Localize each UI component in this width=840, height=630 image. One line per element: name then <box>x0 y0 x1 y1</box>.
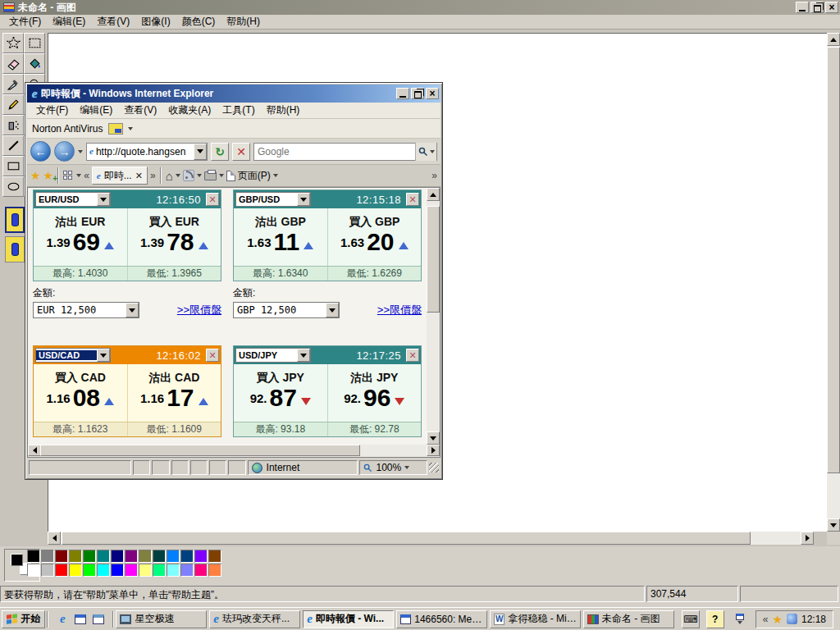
resize-grip[interactable] <box>429 463 439 472</box>
palette-color-r1-3[interactable] <box>69 550 82 563</box>
tool-pick-color[interactable] <box>2 74 24 94</box>
tab-close-icon[interactable]: ✕ <box>135 171 143 181</box>
add-favorite-icon[interactable]: ★ <box>43 169 54 182</box>
amount-select[interactable]: GBP 12,500 <box>233 302 340 318</box>
back-button[interactable]: ← <box>30 141 51 162</box>
scroll-right-button[interactable] <box>801 532 814 545</box>
palette-color-r2-11[interactable] <box>180 564 194 577</box>
pair-select[interactable]: USD/JPY <box>235 348 311 363</box>
zoom-dropdown-icon[interactable] <box>404 466 409 469</box>
paint-menu-edit[interactable]: 编辑(E) <box>47 14 91 30</box>
panel-close-button[interactable]: ✕ <box>406 349 419 362</box>
scroll-left-button[interactable] <box>48 532 61 545</box>
task-button-quote-ie-active[interactable]: e 即時報價 - Wi... <box>303 610 394 628</box>
palette-color-r1-1[interactable] <box>41 550 54 563</box>
pair-select-arrow[interactable] <box>97 193 110 206</box>
tool-ellipse[interactable] <box>2 176 24 197</box>
tool-line[interactable] <box>2 135 24 156</box>
panel-close-button[interactable]: ✕ <box>206 349 219 362</box>
tab-list-dropdown-icon[interactable] <box>76 174 81 177</box>
palette-color-r2-1[interactable] <box>41 564 54 577</box>
tool-fill[interactable] <box>24 53 45 74</box>
ie-close-button[interactable] <box>426 88 439 99</box>
palette-color-r1-6[interactable] <box>111 550 124 563</box>
tool-airbrush[interactable] <box>2 115 24 135</box>
palette-color-r1-4[interactable] <box>83 550 96 563</box>
refresh-button[interactable]: ↻ <box>211 143 229 161</box>
feeds-icon[interactable] <box>183 170 194 181</box>
palette-color-r1-12[interactable] <box>194 550 208 563</box>
paint-menu-file[interactable]: 文件(F) <box>3 14 47 30</box>
palette-color-r1-2[interactable] <box>55 550 68 563</box>
ie-title-bar[interactable]: e 即時報價 - Windows Internet Explorer <box>27 84 441 103</box>
tool-select[interactable] <box>24 33 45 53</box>
paint-minimize-button[interactable] <box>796 2 809 13</box>
vertical-scroll-thumb[interactable] <box>827 47 840 473</box>
tabs-scroll-left-icon[interactable]: « <box>84 170 89 181</box>
address-dropdown-button[interactable] <box>194 144 207 160</box>
ie-maximize-button[interactable] <box>411 88 424 99</box>
scroll-left-button[interactable] <box>28 445 41 456</box>
panel-close-button[interactable]: ✕ <box>406 193 419 206</box>
tool-eraser[interactable] <box>2 53 24 74</box>
tray-star-icon[interactable]: ★ <box>772 613 783 626</box>
panel-close-button[interactable]: ✕ <box>206 193 219 206</box>
tool-rectangle[interactable] <box>2 156 24 176</box>
amount-select-arrow[interactable] <box>126 303 139 317</box>
history-dropdown-icon[interactable] <box>78 150 83 153</box>
quick-tabs-icon[interactable] <box>63 171 74 181</box>
tool-pencil[interactable] <box>2 94 24 115</box>
palette-color-r2-9[interactable] <box>153 564 166 577</box>
palette-color-r2-10[interactable] <box>167 564 180 577</box>
norton-icon[interactable] <box>108 123 123 135</box>
favorites-center-icon[interactable]: ★ <box>30 169 41 182</box>
tray-expand-icon[interactable]: « <box>763 614 769 625</box>
scroll-down-button[interactable] <box>827 518 840 532</box>
scroll-right-button[interactable] <box>427 445 440 456</box>
palette-color-r1-7[interactable] <box>125 550 138 563</box>
paint-restore-button[interactable] <box>810 2 824 13</box>
horizontal-scroll-thumb[interactable] <box>40 445 360 456</box>
palette-color-r2-3[interactable] <box>69 564 82 577</box>
limit-order-link[interactable]: >>限價盤 <box>377 303 422 317</box>
address-bar[interactable]: e http://quote.hangsen <box>86 143 208 161</box>
print-dropdown-icon[interactable] <box>219 174 224 177</box>
pair-select[interactable]: EUR/USD <box>35 192 111 207</box>
page-menu-icon[interactable] <box>226 171 235 181</box>
forward-button[interactable]: → <box>54 141 75 162</box>
page-menu-label[interactable]: 页面(P) <box>238 169 271 183</box>
start-button[interactable]: 开始 <box>2 610 45 628</box>
zoom-cell[interactable]: 100% <box>359 460 427 475</box>
search-input[interactable] <box>254 146 415 158</box>
scroll-down-button[interactable] <box>427 431 440 445</box>
palette-color-r1-13[interactable] <box>208 550 221 563</box>
search-dropdown-icon[interactable] <box>430 150 435 153</box>
ie-menu-edit[interactable]: 编辑(E) <box>74 103 118 118</box>
paint-menu-view[interactable]: 查看(V) <box>91 14 135 30</box>
palette-color-r2-5[interactable] <box>97 564 110 577</box>
pair-select-arrow[interactable] <box>297 193 310 206</box>
page-dropdown-icon[interactable] <box>273 174 278 177</box>
paint-title-bar[interactable]: 未命名 - 画图 <box>0 0 840 15</box>
ie-horizontal-scrollbar[interactable] <box>27 445 441 458</box>
quick-launch-ie-icon[interactable]: e <box>55 612 70 627</box>
paint-horizontal-scrollbar[interactable] <box>48 532 814 545</box>
palette-color-r1-5[interactable] <box>97 550 110 563</box>
palette-color-r1-11[interactable] <box>180 550 194 563</box>
palette-color-r2-0[interactable] <box>27 564 40 577</box>
amount-select[interactable]: EUR 12,500 <box>33 302 139 318</box>
palette-color-r2-6[interactable] <box>111 564 124 577</box>
horizontal-scroll-thumb[interactable] <box>62 532 751 545</box>
pair-select[interactable]: GBP/USD <box>235 192 311 207</box>
yellow-app-icon-1[interactable] <box>5 207 25 233</box>
ie-menu-file[interactable]: 文件(F) <box>30 103 74 118</box>
feeds-dropdown-icon[interactable] <box>197 174 202 177</box>
ie-menu-favorites[interactable]: 收藏夹(A) <box>162 103 217 118</box>
limit-order-link[interactable]: >>限價盤 <box>177 303 221 317</box>
task-button-paint[interactable]: 未命名 - 画图 <box>583 610 674 628</box>
print-icon[interactable] <box>204 171 217 180</box>
tray-network-icon[interactable] <box>787 614 797 624</box>
yellow-app-icon-2[interactable] <box>5 236 25 262</box>
pair-select-arrow[interactable] <box>97 349 110 362</box>
pair-select-focused[interactable]: USD/CAD <box>35 348 111 363</box>
